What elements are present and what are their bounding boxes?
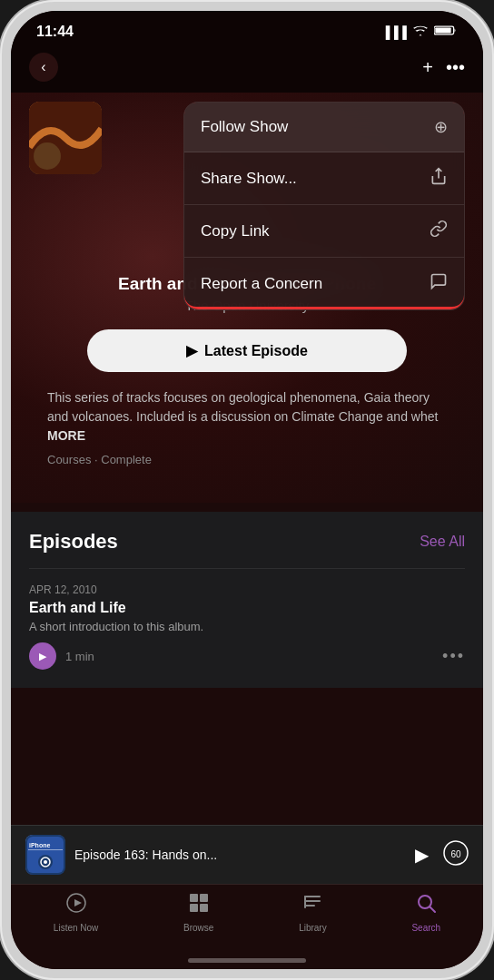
status-bar: 11:44 ▐▐▐	[11, 11, 483, 45]
library-label: Library	[299, 923, 327, 933]
episode-play-button[interactable]: ▶	[29, 642, 56, 670]
report-concern-item[interactable]: Report a Concern	[184, 258, 464, 309]
mini-player-controls: ▶ 60	[415, 840, 469, 870]
tab-library[interactable]: Library	[299, 892, 327, 933]
svg-rect-17	[200, 894, 208, 902]
battery-icon	[434, 24, 458, 39]
phone-screen: 11:44 ▐▐▐ ‹	[11, 11, 483, 969]
episode-title: Earth and Life	[29, 600, 465, 616]
svg-text:60: 60	[450, 849, 461, 859]
see-all-button[interactable]: See All	[420, 534, 465, 550]
mini-player-title: Episode 163: Hands on...	[74, 848, 406, 862]
svg-rect-16	[190, 894, 198, 902]
podcast-description: This series of tracks focuses on geologi…	[47, 388, 447, 446]
episode-controls: ▶ 1 min •••	[29, 642, 465, 670]
follow-show-icon: ⊕	[434, 117, 448, 137]
episode-duration: 1 min	[65, 650, 94, 663]
svg-point-3	[34, 133, 97, 170]
browse-icon	[188, 892, 210, 919]
episodes-section: Episodes See All APR 12, 2010 Earth and …	[11, 512, 483, 688]
episode-more-button[interactable]: •••	[442, 647, 465, 666]
nav-bar: ‹ + •••	[11, 45, 483, 93]
tab-listen-now[interactable]: Listen Now	[54, 892, 98, 933]
home-bar	[188, 958, 306, 963]
svg-rect-8	[28, 849, 63, 850]
svg-rect-20	[304, 896, 321, 897]
svg-rect-21	[304, 900, 321, 902]
mini-player[interactable]: iPhone Episode 163: Hands on... ▶ 60	[11, 825, 483, 884]
podcast-thumbnail	[29, 102, 102, 174]
library-icon	[301, 892, 323, 919]
play-icon-small: ▶	[39, 651, 46, 662]
share-icon	[430, 167, 448, 190]
latest-episode-button[interactable]: ▶ Latest Episode	[87, 329, 407, 372]
follow-show-item[interactable]: Follow Show ⊕	[184, 103, 464, 152]
status-time: 11:44	[36, 24, 74, 40]
browse-label: Browse	[183, 923, 213, 933]
signal-icon: ▐▐▐	[381, 25, 407, 39]
nav-right-actions: + •••	[422, 57, 465, 78]
svg-rect-2	[29, 102, 102, 174]
report-concern-label: Report a Concern	[201, 275, 322, 293]
report-concern-icon	[430, 272, 448, 295]
tab-search[interactable]: Search	[411, 892, 440, 933]
svg-marker-15	[74, 899, 82, 906]
main-content: Follow Show ⊕ Share Show...	[11, 93, 483, 825]
copy-link-icon	[430, 220, 448, 242]
mini-play-button[interactable]: ▶	[415, 844, 429, 866]
latest-episode-label: Latest Episode	[204, 343, 308, 359]
episodes-header: Episodes See All	[29, 530, 465, 554]
context-menu: Follow Show ⊕ Share Show...	[183, 102, 465, 310]
copy-link-item[interactable]: Copy Link	[184, 205, 464, 258]
mini-skip-button[interactable]: 60	[443, 840, 469, 870]
episodes-section-title: Episodes	[29, 530, 118, 554]
follow-show-label: Follow Show	[201, 118, 288, 136]
back-icon: ‹	[41, 59, 45, 75]
episode-description: A short introduction to this album.	[29, 620, 465, 633]
listen-now-icon	[65, 892, 87, 919]
podcast-tags: Courses · Complete	[47, 453, 447, 466]
podcast-art	[29, 102, 102, 174]
tab-browse[interactable]: Browse	[183, 892, 213, 933]
play-icon: ▶	[186, 342, 197, 359]
share-show-item[interactable]: Share Show...	[184, 152, 464, 205]
phone-frame: 11:44 ▐▐▐ ‹	[0, 0, 494, 980]
listen-now-label: Listen Now	[54, 923, 98, 933]
svg-rect-18	[190, 904, 198, 912]
podcast-header: Follow Show ⊕ Share Show...	[11, 93, 483, 503]
episode-date: APR 12, 2010	[29, 583, 465, 596]
mini-player-info: Episode 163: Hands on...	[74, 848, 406, 862]
svg-point-11	[44, 860, 47, 864]
mini-player-art: iPhone	[25, 835, 65, 875]
svg-point-4	[67, 108, 100, 141]
svg-line-25	[430, 907, 436, 913]
episode-item: APR 12, 2010 Earth and Life A short intr…	[29, 568, 465, 670]
svg-rect-23	[304, 896, 306, 908]
more-button[interactable]: •••	[446, 57, 465, 78]
add-button[interactable]: +	[422, 57, 433, 78]
search-label: Search	[411, 923, 440, 933]
wifi-icon	[412, 24, 429, 40]
copy-link-label: Copy Link	[201, 222, 270, 240]
svg-text:iPhone: iPhone	[29, 842, 50, 848]
search-icon	[415, 892, 437, 919]
back-button[interactable]: ‹	[29, 53, 58, 82]
podcast-header-inner: Follow Show ⊕ Share Show...	[29, 102, 465, 183]
svg-rect-19	[200, 904, 208, 912]
svg-rect-1	[435, 27, 450, 33]
share-show-label: Share Show...	[201, 170, 297, 188]
home-indicator	[11, 951, 483, 969]
status-icons: ▐▐▐	[381, 24, 458, 40]
more-button-inline[interactable]: MORE	[47, 428, 85, 443]
tab-bar: Listen Now Browse	[11, 884, 483, 951]
